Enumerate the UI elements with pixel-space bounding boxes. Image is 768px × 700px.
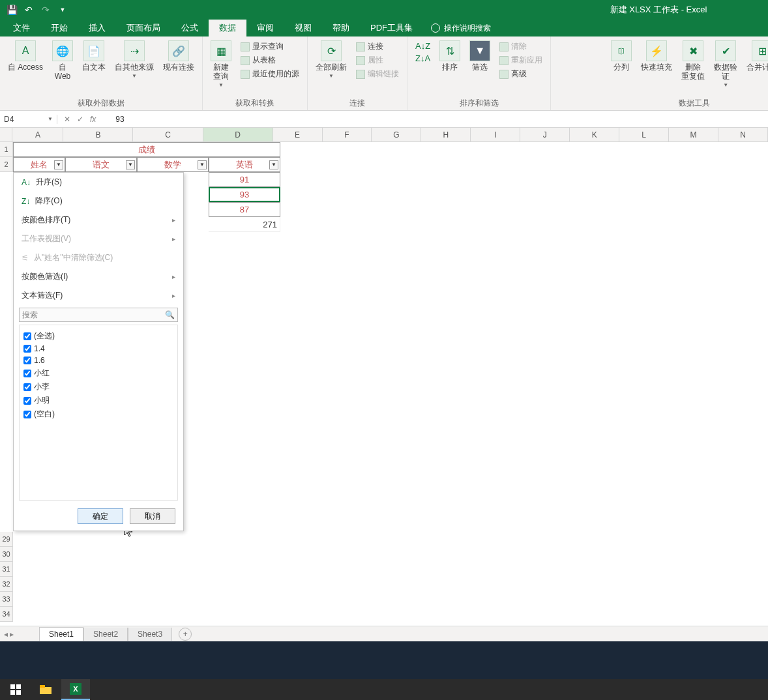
col-B[interactable]: B [63, 128, 133, 141]
tab-view[interactable]: 视图 [284, 20, 322, 36]
enter-icon[interactable]: ✓ [77, 115, 83, 124]
from-access-button[interactable]: A自 Access [4, 39, 47, 73]
col-L[interactable]: L [619, 128, 669, 141]
tell-me-search[interactable]: 操作说明搜索 [423, 20, 499, 36]
from-web-button[interactable]: 🌐自 Web [48, 39, 77, 82]
cell-D3[interactable]: 91 [209, 172, 280, 187]
col-C[interactable]: C [133, 128, 203, 141]
tab-pdf[interactable]: PDF工具集 [360, 20, 423, 36]
row-2[interactable]: 2 [0, 157, 13, 172]
row-1[interactable]: 1 [0, 142, 13, 157]
col-N[interactable]: N [718, 128, 768, 141]
filter-dropdown-icon[interactable]: ▼ [126, 160, 135, 169]
filter-search-input[interactable]: 搜索 🔍 [19, 308, 178, 322]
refresh-all-button[interactable]: ⟳全部刷新▼ [312, 39, 351, 80]
remove-duplicates-button[interactable]: ✖删除 重复值 [677, 39, 709, 82]
tab-home[interactable]: 开始 [40, 20, 78, 36]
cell-D6-total[interactable]: 271 [209, 217, 280, 232]
filter-item-blank[interactable]: (空白) [22, 407, 175, 421]
consolidate-button[interactable]: ⊞合并计算 [743, 39, 768, 73]
show-queries-button[interactable]: 显示查询 [239, 40, 301, 53]
row-31[interactable]: 31 [0, 562, 13, 577]
data-validation-button[interactable]: ✔数据验 证▼ [710, 39, 741, 89]
cell-D5[interactable]: 87 [209, 202, 280, 217]
qat-dropdown-icon[interactable]: ▼ [56, 3, 69, 16]
tab-insert[interactable]: 插入 [78, 20, 116, 36]
save-icon[interactable]: 💾 [5, 3, 18, 16]
sheet-tab-2[interactable]: Sheet2 [83, 628, 128, 641]
connections-item[interactable]: 连接 [355, 40, 400, 53]
cell-D4-active[interactable]: 93 [209, 187, 280, 202]
row-34[interactable]: 34 [0, 607, 13, 622]
fx-icon[interactable]: fx [90, 115, 96, 124]
flash-fill-button[interactable]: ⚡快速填充 [637, 39, 676, 73]
row-32[interactable]: 32 [0, 577, 13, 592]
filter-dropdown-icon[interactable]: ▼ [198, 160, 207, 169]
col-K[interactable]: K [570, 128, 619, 141]
tab-file[interactable]: 文件 [3, 20, 40, 36]
sort-asc-icon[interactable]: A↓Z [414, 40, 432, 51]
col-G[interactable]: G [372, 128, 421, 141]
select-all-corner[interactable] [0, 128, 12, 141]
col-H[interactable]: H [421, 128, 471, 141]
formula-input[interactable]: 93 [102, 115, 124, 124]
add-sheet-button[interactable]: + [179, 628, 192, 641]
from-text-button[interactable]: 📄自文本 [78, 39, 110, 73]
filter-item[interactable]: 小明 [22, 394, 175, 407]
cell-header-name[interactable]: 姓名 ▼ [13, 157, 65, 172]
col-A[interactable]: A [12, 128, 63, 141]
tab-formulas[interactable]: 公式 [171, 20, 209, 36]
redo-icon[interactable]: ↷ [39, 3, 52, 16]
tab-review[interactable]: 审阅 [246, 20, 284, 36]
cell-header-chinese[interactable]: 语文 ▼ [65, 157, 137, 172]
col-D[interactable]: D [203, 128, 273, 141]
ok-button[interactable]: 确定 [78, 508, 123, 524]
sheet-tab-1[interactable]: Sheet1 [39, 627, 83, 641]
filter-by-color-item[interactable]: 按颜色筛选(I)▸ [14, 267, 183, 286]
new-query-button[interactable]: ▦新建 查询▼ [207, 39, 235, 89]
undo-icon[interactable]: ↶ [22, 3, 35, 16]
tab-data[interactable]: 数据 [209, 20, 246, 36]
filter-checklist[interactable]: (全选) 1.4 1.6 小红 小李 小明 (空白) [19, 325, 178, 501]
filter-item[interactable]: 1.6 [22, 355, 175, 366]
filter-dropdown-icon[interactable]: ▼ [54, 160, 63, 169]
from-other-sources-button[interactable]: ⇢自其他来源▼ [111, 39, 158, 80]
advanced-filter-button[interactable]: 高级 [498, 68, 544, 80]
recent-sources-button[interactable]: 最近使用的源 [239, 68, 301, 80]
row-29[interactable]: 29 [0, 532, 13, 547]
col-E[interactable]: E [273, 128, 323, 141]
row-33[interactable]: 33 [0, 592, 13, 607]
col-M[interactable]: M [669, 128, 718, 141]
sheet-nav-buttons[interactable]: ◂ ▸ [4, 630, 14, 639]
sort-button[interactable]: ⇅排序 [436, 39, 464, 73]
filter-item[interactable]: 小红 [22, 366, 175, 380]
col-J[interactable]: J [520, 128, 570, 141]
tab-pagelayout[interactable]: 页面布局 [116, 20, 171, 36]
filter-item[interactable]: 1.4 [22, 343, 175, 355]
filter-item[interactable]: 小李 [22, 380, 175, 394]
sort-ascending-item[interactable]: A↓ 升序(S) [14, 173, 183, 192]
start-button[interactable] [1, 679, 30, 700]
sheet-tab-3[interactable]: Sheet3 [128, 628, 172, 641]
spreadsheet-grid[interactable]: A B C D E F G H I J K L M N 1 2 成绩 姓名 ▼ … [0, 128, 768, 649]
file-explorer-button[interactable] [31, 679, 60, 700]
cell-header-english[interactable]: 英语 ▼ [209, 157, 280, 172]
existing-connections-button[interactable]: 🔗现有连接 [159, 39, 198, 73]
cell-title[interactable]: 成绩 [13, 142, 280, 157]
sort-by-color-item[interactable]: 按颜色排序(T)▸ [14, 211, 183, 229]
text-filters-item[interactable]: 文本筛选(F)▸ [14, 286, 183, 305]
sort-descending-item[interactable]: Z↓ 降序(O) [14, 192, 183, 211]
col-F[interactable]: F [323, 128, 372, 141]
tab-help[interactable]: 帮助 [322, 20, 360, 36]
col-I[interactable]: I [471, 128, 520, 141]
cancel-button[interactable]: 取消 [130, 508, 175, 524]
sort-desc-icon[interactable]: Z↓A [414, 53, 432, 64]
text-to-columns-button[interactable]: ⎅分列 [607, 39, 636, 73]
filter-button[interactable]: ▼筛选 [465, 39, 494, 73]
filter-dropdown-icon[interactable]: ▼ [269, 160, 278, 169]
filter-item-select-all[interactable]: (全选) [22, 329, 175, 343]
name-box[interactable]: D4 ▼ [0, 115, 57, 124]
cancel-icon[interactable]: ✕ [64, 115, 70, 124]
excel-taskbar-button[interactable]: X [61, 679, 90, 700]
from-table-button[interactable]: 从表格 [239, 54, 301, 66]
